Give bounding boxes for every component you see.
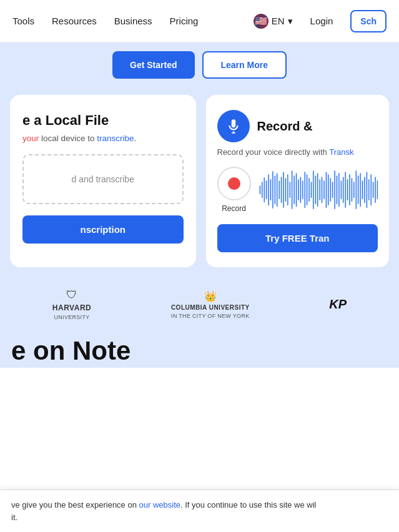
- upload-drop-area[interactable]: d and transcribe: [22, 154, 184, 204]
- svg-rect-47: [360, 173, 361, 207]
- bottom-heading-section: e on Note: [0, 332, 399, 368]
- svg-rect-41: [347, 179, 348, 200]
- svg-rect-24: [310, 182, 312, 198]
- upload-card-subtitle: your local device to transcribe.: [22, 134, 184, 143]
- cookie-it-text: it.: [11, 513, 17, 522]
- login-button[interactable]: Login: [310, 16, 333, 26]
- svg-rect-34: [332, 182, 333, 198]
- lang-label: EN: [272, 16, 285, 26]
- kpmg-name: KP: [329, 297, 347, 312]
- cookie-website-link[interactable]: our website: [139, 500, 180, 510]
- svg-rect-38: [340, 180, 342, 199]
- svg-rect-54: [375, 177, 376, 203]
- svg-rect-13: [287, 174, 288, 205]
- svg-rect-7: [274, 175, 275, 204]
- columbia-name: COLUMBIA UNIVERSITY: [171, 304, 250, 311]
- svg-rect-50: [366, 172, 367, 208]
- svg-rect-17: [295, 173, 297, 207]
- svg-rect-6: [272, 171, 273, 209]
- svg-rect-16: [293, 175, 295, 204]
- navbar: Tools Resources Business Pricing 🇺🇸 EN ▾…: [0, 0, 399, 42]
- svg-rect-48: [362, 180, 363, 199]
- svg-rect-4: [268, 174, 269, 205]
- svg-rect-45: [355, 170, 357, 209]
- schedule-button[interactable]: Sch: [350, 10, 387, 32]
- svg-rect-15: [291, 170, 292, 209]
- transcribe-button[interactable]: nscription: [22, 215, 184, 244]
- nav-pricing[interactable]: Pricing: [170, 16, 199, 26]
- waveform-svg: [259, 168, 378, 212]
- record-button-area: Record: [217, 167, 251, 213]
- svg-rect-18: [297, 179, 298, 200]
- record-card-header: Record &: [217, 110, 378, 142]
- record-row: Record: [217, 167, 378, 213]
- mic-circle: [217, 110, 250, 142]
- record-label: Record: [222, 204, 246, 213]
- svg-rect-53: [372, 182, 373, 198]
- svg-rect-44: [353, 182, 354, 198]
- record-card: Record & Record your voice directly with…: [206, 95, 390, 267]
- harvard-name: HARVARD: [52, 303, 91, 312]
- learn-more-button[interactable]: Learn More: [202, 51, 287, 79]
- svg-rect-23: [308, 178, 310, 202]
- svg-rect-22: [306, 174, 307, 205]
- svg-rect-37: [338, 173, 339, 207]
- svg-rect-12: [285, 178, 286, 202]
- svg-rect-35: [334, 170, 335, 209]
- columbia-sub: IN THE CITY OF NEW YORK: [171, 313, 249, 319]
- svg-rect-3: [265, 180, 267, 199]
- svg-rect-27: [317, 173, 318, 207]
- record-button[interactable]: [217, 167, 251, 200]
- cards-section: e a Local File your local device to tran…: [0, 87, 399, 277]
- svg-rect-25: [312, 170, 313, 209]
- upload-card-title: e a Local File: [22, 112, 184, 129]
- svg-rect-49: [363, 177, 365, 203]
- get-started-button[interactable]: Get Started: [112, 51, 194, 79]
- svg-rect-21: [304, 172, 305, 208]
- hero-buttons-bar: Get Started Learn More: [0, 42, 399, 87]
- svg-rect-14: [289, 182, 290, 198]
- nav-tools[interactable]: Tools: [12, 16, 34, 26]
- record-card-subtitle: Record your voice directly with Transk: [217, 147, 378, 157]
- try-free-button[interactable]: Try FREE Tran: [217, 224, 378, 252]
- svg-rect-1: [261, 182, 262, 198]
- svg-rect-29: [321, 177, 322, 203]
- harvard-sub: UNIVERSITY: [54, 314, 90, 320]
- svg-rect-52: [370, 174, 372, 205]
- svg-rect-46: [357, 175, 358, 204]
- svg-rect-32: [327, 174, 328, 205]
- svg-rect-30: [323, 180, 324, 199]
- svg-rect-19: [300, 177, 301, 203]
- flag-icon: 🇺🇸: [254, 14, 268, 29]
- svg-rect-5: [270, 179, 271, 200]
- svg-rect-8: [276, 173, 277, 207]
- upload-placeholder-text: d and transcribe: [72, 174, 134, 184]
- nav-business[interactable]: Business: [114, 16, 152, 26]
- svg-rect-26: [315, 175, 316, 204]
- cookie-text: ve give you the best experience on our w…: [11, 500, 317, 510]
- waveform-display: [259, 168, 378, 212]
- svg-rect-20: [302, 180, 303, 199]
- svg-rect-51: [368, 179, 369, 200]
- kpmg-logo: KP: [329, 297, 347, 312]
- record-card-title: Record &: [257, 119, 313, 134]
- language-selector[interactable]: 🇺🇸 EN ▾: [254, 14, 293, 29]
- svg-rect-10: [280, 177, 282, 203]
- cookie-banner: ve give you the best experience on our w…: [0, 490, 399, 532]
- svg-rect-36: [336, 175, 337, 204]
- record-dot-icon: [228, 177, 240, 190]
- columbia-logo: 👑 COLUMBIA UNIVERSITY IN THE CITY OF NEW…: [171, 290, 250, 319]
- nav-resources[interactable]: Resources: [52, 16, 97, 26]
- svg-rect-9: [278, 180, 280, 199]
- upload-card: e a Local File your local device to tran…: [10, 95, 196, 267]
- harvard-logo: 🛡 HARVARD UNIVERSITY: [52, 288, 91, 320]
- svg-rect-55: [377, 180, 378, 199]
- svg-rect-11: [282, 172, 283, 208]
- svg-rect-33: [330, 178, 331, 202]
- svg-rect-2: [264, 177, 265, 202]
- svg-rect-28: [319, 179, 320, 200]
- svg-rect-40: [345, 172, 346, 208]
- columbia-crown-icon: 👑: [204, 290, 217, 302]
- svg-rect-0: [259, 185, 260, 194]
- svg-rect-42: [348, 174, 350, 205]
